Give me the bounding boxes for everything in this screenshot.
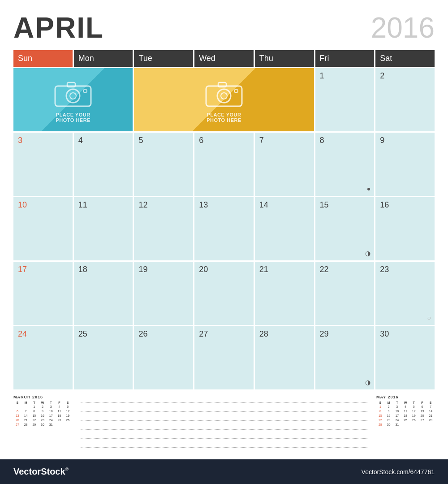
notes-line-6: [81, 440, 367, 448]
march-r4c4: 23: [39, 418, 47, 422]
day-cell-apr1: 1: [315, 68, 375, 131]
day-cell-apr14: 14: [255, 197, 314, 260]
may-r5c4: [401, 423, 409, 427]
header-sat: Sat: [375, 50, 435, 67]
day-number-8: 8: [320, 136, 370, 144]
footer-logo-text: VectorStock: [13, 467, 65, 476]
day-number-9: 9: [380, 136, 430, 144]
day-number-18: 18: [78, 265, 129, 273]
footer-logo: VectorStock®: [13, 467, 69, 477]
march-r2c7: 12: [64, 409, 72, 413]
calendar-header: APRIL 2016: [13, 13, 435, 42]
may-mini-calendar: MAY 2016 S M T W T F S 1 2 3 4 5 6 7 8 9: [376, 395, 435, 450]
may-r1c1: 1: [376, 405, 384, 409]
may-h-f: F: [418, 401, 426, 404]
bottom-section: MARCH 2016 S M T W T F S 1 2 3 4 5 6 7: [13, 395, 435, 450]
header-wed: Wed: [194, 50, 254, 67]
day-number-29: 29: [320, 330, 370, 338]
march-r3c6: 18: [56, 414, 64, 418]
may-r2c1: 8: [376, 409, 384, 413]
march-r2c6: 11: [56, 409, 64, 413]
camera-icon-1: [53, 77, 93, 108]
march-r1c7: 5: [64, 405, 72, 409]
header-fri: Fri: [315, 50, 375, 67]
day-cell-apr18: 18: [74, 262, 133, 325]
march-r5c6: [56, 423, 64, 427]
march-r4c6: 25: [56, 418, 64, 422]
march-r2c5: 10: [47, 409, 55, 413]
day-cell-apr28: 28: [255, 326, 314, 389]
march-r3c5: 17: [47, 414, 55, 418]
svg-point-4: [83, 89, 87, 93]
may-r2c4: 11: [401, 409, 409, 413]
may-r1c4: 4: [401, 405, 409, 409]
day-number-28: 28: [259, 330, 310, 338]
may-r4c2: 23: [385, 418, 393, 422]
march-r3c1: 13: [13, 414, 22, 418]
header-sun: Sun: [13, 50, 73, 67]
day-cell-apr3: 3: [13, 133, 73, 196]
camera-icon-2: [204, 77, 244, 108]
footer-bar: VectorStock® VectorStock.com/6447761: [0, 459, 448, 484]
march-h-w: W: [39, 401, 47, 404]
day-number-7: 7: [259, 136, 310, 144]
may-r5c6: [418, 423, 426, 427]
may-h-w: W: [401, 401, 409, 404]
may-r1c6: 6: [418, 405, 426, 409]
day-cell-apr8: 8 ●: [315, 133, 375, 196]
march-r5c3: 29: [30, 423, 38, 427]
day-cell-apr9: 9: [375, 133, 435, 196]
year-title: 2016: [371, 13, 435, 42]
day-cell-apr2: 2: [375, 68, 435, 131]
week-row-5: 24 25 26 27 28 29 ◑ 30: [13, 326, 435, 389]
photo-content-1: PLACE YOURPHOTO HERE: [18, 72, 128, 128]
photo-label-1: PLACE YOURPHOTO HERE: [56, 112, 90, 123]
header-thu: Thu: [255, 50, 314, 67]
may-r2c5: 12: [410, 409, 418, 413]
day-cell-apr4: 4: [74, 133, 133, 196]
may-mini-title: MAY 2016: [376, 395, 435, 399]
day-cell-apr11: 11: [74, 197, 133, 260]
may-r5c2: 30: [385, 423, 393, 427]
may-r4c5: 26: [410, 418, 418, 422]
week-row-3: 10 11 12 13 14 15 ◑ 16: [13, 197, 435, 260]
may-r1c2: 2: [385, 405, 393, 409]
day-headers-row: Sun Mon Tue Wed Thu Fri Sat: [13, 50, 435, 67]
march-r5c7: [64, 423, 72, 427]
svg-point-1: [66, 89, 80, 103]
may-r4c6: 27: [418, 418, 426, 422]
photo-content-2: PLACE YOURPHOTO HERE: [138, 72, 309, 128]
may-r3c2: 16: [385, 414, 393, 418]
march-r2c4: 9: [39, 409, 47, 413]
day-number-13: 13: [199, 201, 249, 209]
day-cell-apr15: 15 ◑: [315, 197, 375, 260]
day-cell-apr7: 7: [255, 133, 314, 196]
march-r5c2: 28: [22, 423, 30, 427]
march-r3c2: 14: [22, 414, 30, 418]
header-mon: Mon: [74, 50, 133, 67]
march-mini-calendar: MARCH 2016 S M T W T F S 1 2 3 4 5 6 7: [13, 395, 72, 450]
may-r1c7: 7: [426, 405, 435, 409]
calendar-grid: Sun Mon Tue Wed Thu Fri Sat: [13, 50, 435, 389]
march-r1c1: [13, 405, 22, 409]
march-r4c2: 21: [22, 418, 30, 422]
march-r1c5: 3: [47, 405, 55, 409]
march-r4c3: 22: [30, 418, 38, 422]
may-r5c1: 29: [376, 423, 384, 427]
day-cell-apr6: 6: [194, 133, 254, 196]
photo-label-2: PLACE YOURPHOTO HERE: [207, 112, 241, 123]
svg-point-6: [217, 89, 231, 103]
day-number-5: 5: [138, 136, 189, 144]
moon-15: ◑: [365, 250, 370, 257]
footer-url: VectorStock.com/6447761: [362, 468, 435, 475]
day-cell-apr16: 16: [375, 197, 435, 260]
day-number-27: 27: [199, 330, 249, 338]
day-number-1: 1: [320, 72, 370, 80]
photo-cell-1: PLACE YOURPHOTO HERE: [13, 68, 133, 131]
march-r1c3: 1: [30, 405, 38, 409]
week-row-4: 17 18 19 20 21 22 23 ○: [13, 262, 435, 325]
may-r5c5: [410, 423, 418, 427]
day-cell-apr29: 29 ◑: [315, 326, 375, 389]
march-r4c1: 20: [13, 418, 22, 422]
day-cell-apr25: 25: [74, 326, 133, 389]
